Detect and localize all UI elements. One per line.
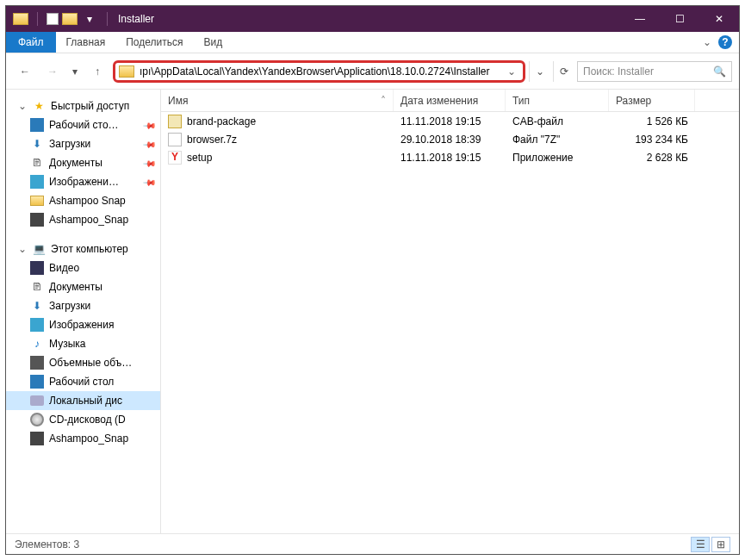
forward-button[interactable]: →	[40, 59, 65, 84]
tree-item-label: Локальный дис	[49, 395, 122, 407]
qat-properties-icon[interactable]	[47, 13, 59, 25]
close-button[interactable]: ✕	[699, 6, 739, 32]
file-date: 11.11.2018 19:15	[394, 152, 506, 164]
tree-item[interactable]: Рабочий стол	[6, 372, 160, 391]
search-icon[interactable]: 🔍	[713, 65, 726, 78]
file-size: 1 526 КБ	[609, 115, 695, 128]
file-icon	[168, 151, 182, 165]
tree-item[interactable]: ⬇Загрузки📌	[6, 134, 160, 153]
tree-item-label: Ashampoo_Snap	[49, 214, 128, 226]
address-history-icon[interactable]: ⌄	[529, 61, 549, 82]
maximize-button[interactable]: ☐	[660, 6, 699, 32]
down-icon: ⬇	[30, 299, 44, 313]
refresh-button[interactable]: ⟳	[553, 61, 574, 82]
file-row[interactable]: browser.7z29.10.2018 18:39Файл "7Z"193 2…	[161, 130, 739, 148]
ribbon-expand-icon[interactable]: ⌄	[703, 36, 711, 48]
tree-item[interactable]: Ashampoo Snap	[6, 191, 160, 210]
qat-customize-icon[interactable]: ▾	[81, 6, 98, 32]
folder-icon	[30, 196, 44, 206]
search-input[interactable]: Поиск: Installer 🔍	[577, 61, 732, 82]
tree-item[interactable]: Рабочий сто…📌	[6, 115, 160, 134]
details-view-button[interactable]: ☰	[691, 537, 710, 552]
pc-icon: 💻	[32, 242, 46, 256]
address-path[interactable]: ıpı\AppData\Local\Yandex\YandexBrowser\A…	[140, 65, 504, 78]
column-type[interactable]: Тип	[506, 90, 609, 111]
vid-icon	[30, 261, 44, 275]
back-button[interactable]: ←	[13, 59, 37, 84]
tree-item-label: Музыка	[49, 338, 85, 350]
file-name: setup	[187, 152, 212, 164]
pic-icon	[30, 175, 44, 189]
column-name[interactable]: Имя˄	[161, 90, 394, 111]
file-size: 193 234 КБ	[609, 134, 695, 146]
minimize-button[interactable]: —	[620, 6, 660, 32]
pin-icon: 📌	[143, 175, 157, 189]
desktop-icon	[30, 375, 44, 389]
tree-item-label: Загрузки	[49, 300, 90, 312]
file-size: 2 628 КБ	[609, 152, 695, 164]
column-headers[interactable]: Имя˄ Дата изменения Тип Размер	[161, 90, 739, 112]
file-date: 11.11.2018 19:15	[394, 115, 506, 128]
tree-item[interactable]: Локальный дис	[6, 391, 160, 410]
file-type: CAB-файл	[506, 115, 609, 128]
tree-item-label: Объемные объ…	[49, 357, 132, 369]
address-bar[interactable]: ıpı\AppData\Local\Yandex\YandexBrowser\A…	[113, 60, 525, 83]
icons-view-button[interactable]: ⊞	[711, 537, 730, 552]
tree-item-label: Документы	[49, 281, 102, 293]
tree-item-label: Рабочий сто…	[49, 119, 119, 131]
tree-item[interactable]: ⌄★Быстрый доступ	[6, 96, 160, 115]
tree-item[interactable]: ⬇Загрузки	[6, 296, 160, 315]
column-size[interactable]: Размер	[609, 90, 695, 111]
cd-icon	[30, 413, 44, 426]
star-icon: ★	[32, 99, 46, 113]
home-tab[interactable]: Главная	[56, 32, 116, 53]
tree-item[interactable]: 🖹Документы	[6, 277, 160, 296]
doc-icon: 🖹	[30, 280, 44, 294]
tree-item-label: Этот компьютер	[51, 243, 128, 255]
view-tab[interactable]: Вид	[193, 32, 233, 53]
share-tab[interactable]: Поделиться	[115, 32, 193, 53]
tree-item-label: Рабочий стол	[49, 376, 114, 388]
tree-item[interactable]: ♪Музыка	[6, 334, 160, 353]
recent-locations-icon[interactable]: ▾	[68, 59, 82, 84]
tree-item[interactable]: Объемные объ…	[6, 353, 160, 372]
up-button[interactable]: ↑	[85, 59, 109, 84]
folder-icon	[119, 65, 134, 78]
tree-item-label: Документы	[49, 157, 102, 169]
tree-item[interactable]: Изображения	[6, 315, 160, 334]
qat-newfolder-icon[interactable]	[62, 13, 78, 25]
app-icon	[30, 213, 44, 227]
down-icon: ⬇	[30, 137, 44, 151]
desktop-icon	[30, 118, 44, 132]
pic-icon	[30, 318, 44, 332]
app-icon	[13, 13, 28, 25]
ribbon-tabs: Файл Главная Поделиться Вид ⌄ ?	[6, 32, 739, 53]
tree-item[interactable]: 🖹Документы📌	[6, 153, 160, 172]
file-row[interactable]: setup11.11.2018 19:15Приложение2 628 КБ	[161, 148, 739, 166]
tree-item[interactable]: Изображени…📌	[6, 172, 160, 191]
address-dropdown-icon[interactable]: ⌄	[504, 65, 519, 78]
tree-item[interactable]: Ashampoo_Snap	[6, 429, 160, 448]
mus-icon: ♪	[30, 337, 44, 351]
tree-item-label: Изображения	[49, 319, 114, 331]
status-bar: Элементов: 3 ☰ ⊞	[6, 533, 739, 554]
tree-item[interactable]: CD-дисковод (D	[6, 410, 160, 429]
tree-item[interactable]: Ashampoo_Snap	[6, 210, 160, 229]
navigation-pane[interactable]: ⌄★Быстрый доступРабочий сто…📌⬇Загрузки📌🖹…	[6, 90, 161, 533]
file-date: 29.10.2018 18:39	[394, 134, 506, 146]
tree-item-label: Ashampoo_Snap	[49, 432, 128, 445]
tree-item-label: Изображени…	[49, 176, 119, 188]
tree-item[interactable]: Видео	[6, 258, 160, 277]
pin-icon: 📌	[143, 156, 157, 170]
help-icon[interactable]: ?	[718, 35, 732, 49]
tree-item[interactable]: ⌄💻Этот компьютер	[6, 240, 160, 258]
file-row[interactable]: brand-package11.11.2018 19:15CAB-файл1 5…	[161, 112, 739, 130]
tree-item-label: CD-дисковод (D	[49, 414, 126, 426]
column-date[interactable]: Дата изменения	[394, 90, 506, 111]
item-count: Элементов: 3	[15, 538, 79, 551]
search-placeholder: Поиск: Installer	[583, 65, 713, 78]
doc-icon: 🖹	[30, 156, 44, 170]
file-name: brand-package	[187, 115, 256, 128]
file-tab[interactable]: Файл	[6, 32, 56, 53]
file-type: Файл "7Z"	[506, 134, 609, 146]
